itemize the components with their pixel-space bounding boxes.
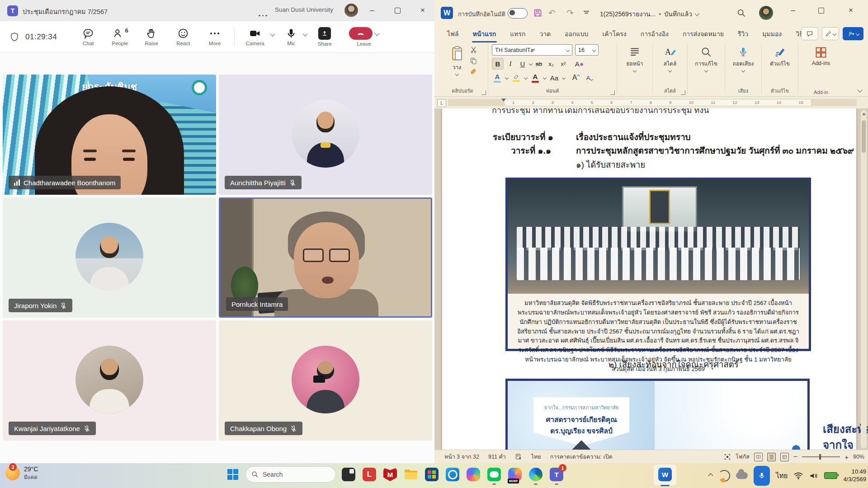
teams-maximize-button[interactable] bbox=[387, 0, 408, 21]
app-dark-icon[interactable] bbox=[340, 466, 357, 483]
chat-button[interactable]: Chat bbox=[75, 28, 101, 46]
font-color-button[interactable]: A bbox=[530, 72, 541, 83]
onedrive-icon[interactable] bbox=[736, 472, 748, 479]
word-close-button[interactable]: × bbox=[840, 0, 861, 21]
text-effects-button[interactable]: A bbox=[492, 72, 503, 83]
tab-home[interactable]: หน้าแรก bbox=[472, 27, 497, 41]
clipboard-dialog-launcher[interactable] bbox=[481, 90, 486, 95]
line-icon[interactable] bbox=[486, 466, 502, 483]
copy-icon[interactable] bbox=[470, 57, 477, 64]
participant-tile[interactable]: Kwanjai Jariyatatkone bbox=[3, 320, 216, 441]
zoom-slider-handle[interactable] bbox=[819, 454, 821, 460]
title-dropdown-chevron[interactable] bbox=[694, 11, 699, 16]
autosave-toggle[interactable] bbox=[508, 8, 528, 19]
dictate-button[interactable]: ถอดเสียง bbox=[729, 44, 757, 72]
participant-tile[interactable]: Jiraporn Yokin bbox=[3, 197, 216, 318]
ceremony-photo[interactable]: มหาวิทยาลัยสวนดุสิต จัดพิธีรับพระราชทานเ… bbox=[505, 178, 811, 351]
active-mic-indicator[interactable] bbox=[754, 466, 770, 486]
zoom-in-button[interactable]: + bbox=[844, 453, 849, 461]
text-prediction[interactable]: การคาดเดาข้อความ: เปิด bbox=[550, 452, 613, 461]
share-button[interactable]: Share bbox=[312, 27, 337, 47]
web-layout-button[interactable] bbox=[780, 453, 789, 461]
zoom-slider[interactable] bbox=[802, 456, 840, 457]
tab-mailings[interactable]: การส่งจดหมาย bbox=[682, 27, 725, 41]
format-painter-icon[interactable] bbox=[470, 67, 477, 75]
font-size-select[interactable]: 16 bbox=[575, 44, 599, 56]
redo-button[interactable]: ↷ bbox=[566, 8, 574, 18]
grow-font-button[interactable]: A bbox=[571, 72, 581, 83]
account-name[interactable]: Suan Dusit University bbox=[275, 6, 333, 13]
react-button[interactable]: React bbox=[170, 28, 196, 46]
tab-insert[interactable]: แทรก bbox=[509, 27, 526, 41]
tab-selector[interactable]: L bbox=[437, 99, 446, 107]
tab-design[interactable]: ออกแบบ bbox=[564, 27, 589, 41]
document-page[interactable]: การประชุม หากท่านใดมีการเสนอขอบรายงานการ… bbox=[442, 108, 856, 450]
edge-icon[interactable] bbox=[528, 466, 544, 483]
raise-hand-button[interactable]: Raise bbox=[138, 28, 165, 46]
underline-button[interactable]: U bbox=[517, 58, 528, 69]
clock[interactable]: 10:49 4/3/2569 bbox=[843, 468, 866, 483]
editing-button[interactable]: การแก้ไข bbox=[692, 44, 721, 72]
m365-copilot-icon[interactable]: M365 bbox=[507, 466, 523, 483]
change-case-button[interactable]: Aa bbox=[549, 72, 560, 83]
participant-tile[interactable]: ยกระดับชิมชู กรกฎาคม Chadtharawadee Boon… bbox=[3, 75, 216, 195]
tab-references[interactable]: การอ้างอิง bbox=[640, 27, 670, 41]
reflection-banner[interactable]: จากใจ...กรรมการสภามหาวิทยาลัย ศาสตราจารย… bbox=[505, 379, 810, 450]
strikethrough-button[interactable]: ab bbox=[533, 58, 544, 69]
comments-button[interactable] bbox=[801, 27, 818, 40]
undo-button[interactable]: ↶ bbox=[548, 8, 556, 18]
font-name-select[interactable]: TH SarabunIT๙ bbox=[492, 44, 572, 56]
participant-tile-active-speaker[interactable]: Pornluck Intamra bbox=[219, 197, 432, 318]
file-explorer-icon[interactable] bbox=[403, 466, 419, 483]
scrollbar-thumb[interactable] bbox=[862, 120, 866, 153]
focus-label[interactable]: โฟกัส bbox=[736, 452, 750, 461]
camera-button[interactable]: Camera bbox=[240, 28, 270, 46]
teams-minimize-button[interactable]: – bbox=[362, 0, 382, 21]
teams-close-button[interactable]: × bbox=[412, 0, 433, 21]
battery-icon[interactable] bbox=[824, 472, 837, 479]
paste-button[interactable]: วาง bbox=[448, 44, 466, 75]
tab-layout[interactable]: เค้าโครง bbox=[601, 27, 627, 41]
word-taskbar-icon[interactable]: W bbox=[657, 466, 673, 483]
taskbar-search[interactable]: Search bbox=[245, 466, 336, 483]
volume-icon[interactable] bbox=[809, 472, 818, 480]
leave-button[interactable]: Leave bbox=[347, 27, 381, 47]
account-avatar[interactable] bbox=[344, 4, 358, 17]
proofing-icon[interactable] bbox=[515, 453, 522, 460]
weather-widget[interactable]: 3 29°C มีแดด bbox=[5, 465, 38, 481]
highlight-button[interactable] bbox=[511, 72, 522, 83]
clear-formatting-button[interactable]: A◆ bbox=[574, 58, 585, 69]
share-document-button[interactable] bbox=[843, 27, 863, 40]
input-language[interactable]: ไทย bbox=[776, 470, 788, 481]
line-works-icon[interactable]: L bbox=[361, 466, 377, 483]
bold-button[interactable]: B bbox=[492, 58, 504, 70]
language-indicator[interactable]: ไทย bbox=[531, 452, 541, 461]
zoom-out-button[interactable]: − bbox=[793, 453, 797, 461]
shrink-font-button[interactable]: A bbox=[584, 72, 595, 83]
superscript-button[interactable]: x² bbox=[558, 58, 569, 69]
tab-draw[interactable]: วาด bbox=[538, 27, 552, 41]
more-button[interactable]: More bbox=[202, 28, 228, 46]
outlook-icon[interactable] bbox=[444, 466, 461, 483]
teams-taskbar-icon[interactable]: T1 bbox=[548, 466, 565, 483]
mic-button[interactable]: Mic bbox=[280, 28, 302, 46]
styles-dialog-launcher[interactable] bbox=[681, 90, 685, 95]
start-button[interactable] bbox=[225, 466, 241, 483]
mcafee-icon[interactable]: M bbox=[382, 466, 398, 483]
focus-icon[interactable] bbox=[724, 453, 731, 460]
collapse-ribbon-chevron[interactable] bbox=[857, 87, 862, 92]
underline-dropdown[interactable] bbox=[529, 62, 533, 66]
tab-view[interactable]: มุมมอง bbox=[761, 27, 783, 41]
vertical-scrollbar[interactable] bbox=[861, 110, 867, 448]
mic-dropdown-chevron[interactable] bbox=[303, 31, 308, 36]
tab-file[interactable]: ไฟล์ bbox=[446, 27, 460, 41]
microsoft-store-icon[interactable] bbox=[424, 466, 440, 483]
save-button[interactable] bbox=[533, 8, 542, 19]
search-button[interactable] bbox=[736, 8, 746, 20]
word-maximize-button[interactable] bbox=[811, 0, 831, 21]
font-dialog-launcher[interactable] bbox=[610, 90, 615, 95]
editing-mode-button[interactable] bbox=[822, 27, 839, 40]
sync-icon[interactable] bbox=[718, 470, 730, 482]
copilot-icon[interactable] bbox=[465, 466, 481, 483]
document-canvas[interactable]: การประชุม หากท่านใดมีการเสนอขอบรายงานการ… bbox=[434, 108, 868, 450]
